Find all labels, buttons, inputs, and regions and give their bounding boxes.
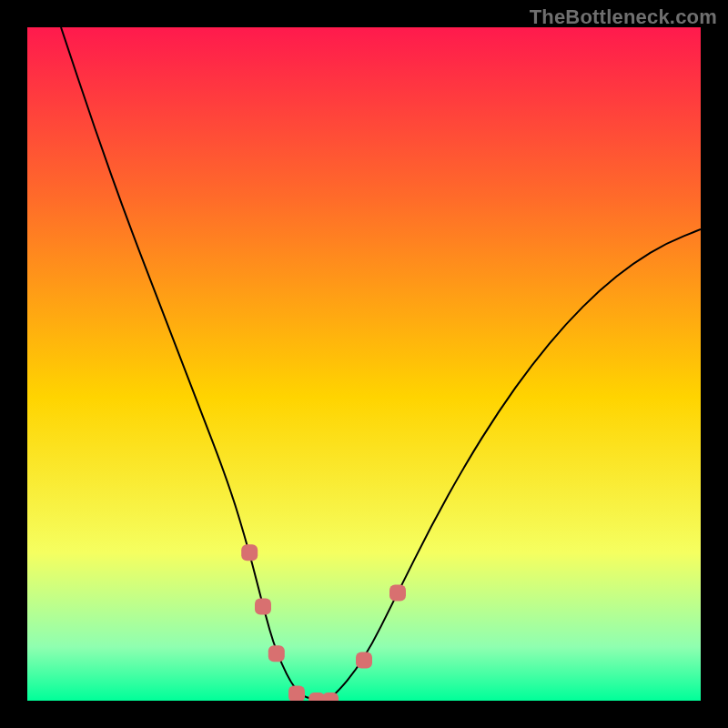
marker-point bbox=[255, 598, 271, 614]
bottleneck-chart bbox=[27, 27, 701, 701]
marker-point bbox=[389, 585, 406, 602]
gradient-background bbox=[27, 27, 701, 701]
watermark-text: TheBottleneck.com bbox=[530, 5, 717, 29]
chart-frame: TheBottleneck.com bbox=[0, 0, 728, 728]
marker-point bbox=[356, 652, 372, 669]
marker-point bbox=[241, 544, 258, 561]
marker-point bbox=[288, 686, 305, 701]
marker-point bbox=[268, 645, 285, 662]
marker-point bbox=[322, 693, 339, 701]
